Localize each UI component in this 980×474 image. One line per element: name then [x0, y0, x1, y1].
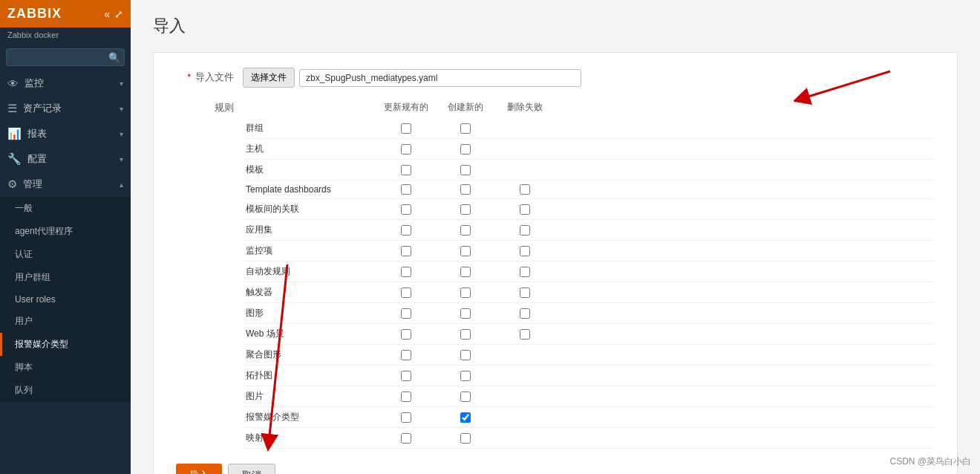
- rule-update-cell: [376, 144, 436, 155]
- rule-delete-cell: [495, 204, 555, 215]
- rule-label: 监控项: [243, 243, 376, 259]
- rule-update-checkbox[interactable]: [401, 371, 411, 381]
- collapse-icon[interactable]: «: [104, 8, 110, 20]
- table-row: 图片: [243, 386, 935, 407]
- rule-create-cell: [436, 392, 495, 402]
- rule-delete-checkbox[interactable]: [520, 225, 530, 236]
- sidebar-item-auth[interactable]: 认证: [0, 243, 131, 266]
- rule-create-checkbox[interactable]: [460, 433, 471, 444]
- sidebar-item-assets-label: 资产记录: [23, 102, 114, 115]
- table-row: 报警媒介类型: [243, 407, 935, 428]
- rule-update-checkbox[interactable]: [401, 144, 411, 155]
- rule-delete-checkbox[interactable]: [520, 288, 530, 298]
- sidebar-item-general[interactable]: 一般: [0, 197, 131, 220]
- sidebar-item-users[interactable]: 用户: [0, 310, 131, 333]
- rule-delete-cell: [495, 267, 555, 277]
- rule-delete-checkbox[interactable]: [520, 204, 530, 215]
- sidebar-item-user-groups[interactable]: 用户群组: [0, 266, 131, 289]
- rule-create-checkbox[interactable]: [460, 392, 471, 402]
- col-header-create: 创建新的: [436, 100, 495, 115]
- rule-create-checkbox[interactable]: [460, 288, 471, 298]
- rule-create-checkbox[interactable]: [460, 225, 471, 236]
- table-row: 模板: [243, 160, 935, 181]
- rule-create-cell: [436, 123, 495, 134]
- rule-delete-cell: [495, 184, 555, 195]
- rule-create-checkbox[interactable]: [460, 267, 471, 277]
- rule-update-checkbox[interactable]: [401, 412, 411, 423]
- rule-create-checkbox[interactable]: [460, 123, 471, 134]
- rule-create-checkbox[interactable]: [460, 204, 471, 215]
- rule-create-checkbox[interactable]: [460, 412, 471, 423]
- sidebar-item-assets[interactable]: ☰ 资产记录 ▾: [0, 96, 131, 121]
- search-input[interactable]: [6, 48, 125, 66]
- search-icon: 🔍: [108, 52, 120, 63]
- table-row: 主机: [243, 139, 935, 160]
- monitoring-icon: 👁: [7, 77, 19, 90]
- table-row: 模板间的关联: [243, 199, 935, 220]
- rule-update-checkbox[interactable]: [401, 288, 411, 298]
- rule-label: 群组: [243, 120, 376, 136]
- rule-update-checkbox[interactable]: [401, 184, 411, 195]
- rule-create-checkbox[interactable]: [460, 144, 471, 155]
- rule-update-checkbox[interactable]: [401, 392, 411, 402]
- rule-delete-checkbox[interactable]: [520, 308, 530, 319]
- rule-create-cell: [436, 433, 495, 444]
- rule-update-checkbox[interactable]: [401, 267, 411, 277]
- expand-icon[interactable]: ⤢: [114, 8, 123, 20]
- rule-delete-checkbox[interactable]: [520, 184, 530, 195]
- sidebar-item-scripts[interactable]: 脚本: [0, 356, 131, 379]
- rule-update-checkbox[interactable]: [401, 165, 411, 175]
- sidebar-item-agent-proxy[interactable]: agent代理程序: [0, 220, 131, 243]
- rule-create-cell: [436, 204, 495, 215]
- col-header-delete: 删除失败: [495, 100, 555, 115]
- rule-create-checkbox[interactable]: [460, 246, 471, 256]
- sidebar-item-media-types[interactable]: 报警媒介类型: [0, 333, 131, 356]
- sidebar-item-admin[interactable]: ⚙ 管理 ▴: [0, 172, 131, 197]
- rule-delete-checkbox[interactable]: [520, 329, 530, 340]
- rule-label: 报警媒介类型: [243, 409, 376, 425]
- cancel-button[interactable]: 取消: [228, 464, 275, 474]
- page-title: 导入: [153, 15, 958, 37]
- rule-update-checkbox[interactable]: [401, 329, 411, 340]
- rule-label: 触发器: [243, 285, 376, 300]
- rule-update-checkbox[interactable]: [401, 433, 411, 444]
- rule-update-cell: [376, 267, 436, 277]
- sidebar-header-icons[interactable]: « ⤢: [104, 8, 123, 20]
- rule-create-cell: [436, 267, 495, 277]
- rule-create-checkbox[interactable]: [460, 165, 471, 175]
- col-header-name: [243, 100, 376, 115]
- rule-delete-checkbox[interactable]: [520, 267, 530, 277]
- table-row: 应用集: [243, 220, 935, 241]
- reports-icon: 📊: [7, 127, 22, 140]
- col-header-update: 更新规有的: [376, 100, 436, 115]
- rule-update-checkbox[interactable]: [401, 204, 411, 215]
- rule-update-checkbox[interactable]: [401, 123, 411, 134]
- sidebar-item-config[interactable]: 🔧 配置 ▾: [0, 146, 131, 172]
- rule-update-checkbox[interactable]: [401, 246, 411, 256]
- rules-section: 规则 更新规有的 创建新的 删除失败 群组主机模板Template dashbo…: [176, 100, 935, 449]
- rule-create-checkbox[interactable]: [460, 329, 471, 340]
- file-name-display: zbx_SpugPush_mediatypes.yaml: [299, 69, 581, 87]
- rule-update-cell: [376, 350, 436, 360]
- rule-create-checkbox[interactable]: [460, 350, 471, 360]
- rule-delete-checkbox[interactable]: [520, 246, 530, 256]
- import-button[interactable]: 导入: [176, 464, 222, 474]
- rule-delete-cell: [495, 246, 555, 256]
- rule-create-checkbox[interactable]: [460, 308, 471, 319]
- rule-delete-cell: [495, 225, 555, 236]
- rule-create-checkbox[interactable]: [460, 371, 471, 381]
- sidebar-item-reports[interactable]: 📊 报表 ▾: [0, 121, 131, 146]
- choose-file-button[interactable]: 选择文件: [243, 68, 295, 88]
- rule-update-checkbox[interactable]: [401, 350, 411, 360]
- sidebar-item-user-roles[interactable]: User roles: [0, 289, 131, 310]
- sidebar: ZABBIX « ⤢ Zabbix docker 🔍 👁 监控 ▾ ☰ 资产记录…: [0, 0, 131, 474]
- rule-update-checkbox[interactable]: [401, 225, 411, 236]
- sidebar-item-monitoring[interactable]: 👁 监控 ▾: [0, 71, 131, 96]
- table-row: 聚合图形: [243, 345, 935, 366]
- config-arrow-icon: ▾: [120, 155, 123, 163]
- sidebar-item-queue[interactable]: 队列: [0, 379, 131, 402]
- rule-update-checkbox[interactable]: [401, 308, 411, 319]
- rule-create-cell: [436, 246, 495, 256]
- rule-create-cell: [436, 350, 495, 360]
- rule-create-checkbox[interactable]: [460, 184, 471, 195]
